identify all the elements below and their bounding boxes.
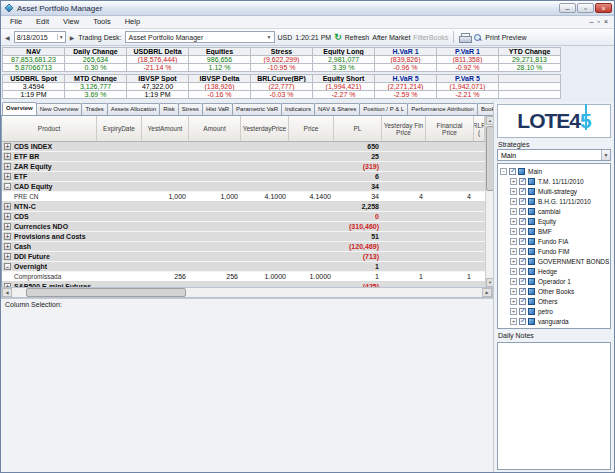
mdi-restore-icon[interactable]: ▫ (597, 17, 599, 27)
tab-hist-var[interactable]: Hist VaR (202, 103, 233, 115)
refresh-icon[interactable]: ↻ (334, 32, 342, 42)
group-row-cash[interactable]: +Cash(120,469) (2, 242, 485, 252)
column-header-brlra[interactable]: BRLRa ( (474, 116, 485, 141)
expand-icon[interactable]: + (4, 233, 11, 240)
tree-item-other-books[interactable]: +Other Books (500, 286, 610, 296)
column-header-pl[interactable]: PL (334, 116, 382, 141)
column-header-financial[interactable]: Financial Price (426, 116, 474, 141)
group-row-ntn-c[interactable]: +NTN-C2,258 (2, 202, 485, 212)
tree-item-fundo-fim[interactable]: +Fundo FIM (500, 246, 610, 256)
strategy-dropdown-icon[interactable]: ▼ (601, 150, 610, 160)
date-input[interactable]: 8/18/2015 ▼ (14, 31, 66, 43)
restore-button[interactable]: ▫ (577, 3, 594, 13)
group-row-etf-br[interactable]: +ETF BR25 (2, 152, 485, 162)
horizontal-scrollbar[interactable]: ◀ ▶ (1, 287, 493, 298)
expand-icon[interactable]: + (510, 188, 517, 195)
checkbox-checked[interactable] (519, 178, 526, 185)
checkbox-checked[interactable] (509, 168, 516, 175)
checkbox-checked[interactable] (519, 228, 526, 235)
tree-item-t-m-11-11-2010[interactable]: +T.M. 11/11/2010 (500, 176, 610, 186)
group-row-etf[interactable]: +ETF6 (2, 172, 485, 182)
checkbox-checked[interactable] (519, 248, 526, 255)
tab-trades[interactable]: Trades (81, 103, 107, 115)
tab-books-performance[interactable]: Books Performance (477, 103, 493, 115)
expand-icon[interactable]: + (4, 163, 11, 170)
expand-icon[interactable]: + (4, 253, 11, 260)
expand-icon[interactable]: + (4, 223, 11, 230)
group-row-zar-equity[interactable]: +ZAR Equity(319) (2, 162, 485, 172)
menu-view[interactable]: View (56, 16, 86, 28)
date-next-icon[interactable]: ▶ (69, 34, 76, 41)
print-preview-button[interactable]: Print Preview (485, 34, 526, 41)
tree-item-fundo-fia[interactable]: +Fundo FIA (500, 236, 610, 246)
expand-icon[interactable]: + (4, 243, 11, 250)
tab-position-p-l[interactable]: Position / P & L (359, 103, 408, 115)
expand-icon[interactable]: + (510, 208, 517, 215)
refresh-button[interactable]: Refresh (345, 34, 370, 41)
tree-item-b-h-g-11-11-2010[interactable]: +B.H.G. 11/11/2010 (500, 196, 610, 206)
column-header-yestamount[interactable]: YestAmount (142, 116, 189, 141)
date-prev-icon[interactable]: ◀ (4, 34, 11, 41)
desk-select[interactable]: Asset Portfolio Manager ▼ (125, 31, 275, 43)
tree-item-operador-1[interactable]: +Operador 1 (500, 276, 610, 286)
expand-icon[interactable]: + (4, 173, 11, 180)
group-row-cds-index[interactable]: +CDS INDEX650 (2, 142, 485, 152)
menu-tools[interactable]: Tools (86, 16, 118, 28)
currency-label[interactable]: USD (278, 34, 293, 41)
tab-parametric-var[interactable]: Parametric VaR (232, 103, 282, 115)
checkbox-checked[interactable] (519, 268, 526, 275)
menu-file[interactable]: File (3, 16, 29, 28)
minimize-button[interactable]: – (559, 3, 576, 13)
tree-item-cambial[interactable]: +cambial (500, 206, 610, 216)
horizontal-scroll-thumb[interactable] (26, 288, 186, 297)
expand-icon[interactable]: + (510, 288, 517, 295)
expand-icon[interactable]: + (510, 198, 517, 205)
collapse-icon[interactable]: - (4, 183, 11, 190)
menu-edit[interactable]: Edit (29, 16, 56, 28)
group-row-provisions-and-costs[interactable]: +Provisions and Costs51 (2, 232, 485, 242)
expand-icon[interactable]: + (510, 298, 517, 305)
tree-item-others[interactable]: +Others (500, 296, 610, 306)
tree-item-main[interactable]: -Main (500, 166, 610, 176)
expand-icon[interactable]: + (510, 268, 517, 275)
column-header-amount[interactable]: Amount (189, 116, 241, 141)
checkbox-checked[interactable] (519, 218, 526, 225)
tab-stress[interactable]: Stress (178, 103, 203, 115)
mdi-minimize-icon[interactable]: – (590, 17, 594, 27)
tree-item-multi-strategy[interactable]: +Multi-strategy (500, 186, 610, 196)
tree-item-hedge[interactable]: +Hedge (500, 266, 610, 276)
checkbox-checked[interactable] (519, 298, 526, 305)
tree-item-bmf[interactable]: +BMF (500, 226, 610, 236)
column-header-yesterday-fin[interactable]: Yesterday Fin Price (382, 116, 426, 141)
detail-row-compromissada[interactable]: Compromissada2562561.00001.0000111 (2, 272, 485, 282)
print-preview-icon[interactable] (473, 33, 482, 42)
group-row-overnight[interactable]: -Overnight1 (2, 262, 485, 272)
filterbooks-button[interactable]: FilterBooks (413, 34, 448, 41)
mdi-close-icon[interactable]: × (604, 17, 608, 27)
group-row-cds[interactable]: +CDS0 (2, 212, 485, 222)
print-icon[interactable] (459, 33, 470, 42)
expand-icon[interactable]: + (510, 178, 517, 185)
checkbox-checked[interactable] (519, 188, 526, 195)
scroll-left-icon[interactable]: ◀ (2, 288, 12, 297)
checkbox-checked[interactable] (519, 198, 526, 205)
column-header-product[interactable]: Product (2, 116, 97, 141)
strategy-select[interactable]: Main ▼ (497, 149, 611, 161)
checkbox-checked[interactable] (519, 208, 526, 215)
expand-icon[interactable]: + (4, 213, 11, 220)
checkbox-checked[interactable] (519, 278, 526, 285)
tree-item-government-bonds[interactable]: +GOVERNMENT BONDS (500, 256, 610, 266)
checkbox-checked[interactable] (519, 318, 526, 325)
column-header-price[interactable]: Price (289, 116, 334, 141)
expand-icon[interactable]: + (510, 308, 517, 315)
expand-icon[interactable]: + (510, 248, 517, 255)
expand-icon[interactable]: + (510, 258, 517, 265)
date-dropdown-icon[interactable]: ▼ (57, 34, 65, 40)
menu-help[interactable]: Help (118, 16, 147, 28)
tab-performance-attribution[interactable]: Performance Attribution (407, 103, 478, 115)
expand-icon[interactable]: + (4, 153, 11, 160)
tree-item-petro[interactable]: +petro (500, 306, 610, 316)
tree-item-equity[interactable]: +Equity (500, 216, 610, 226)
tab-indicators[interactable]: Indicators (281, 103, 315, 115)
column-header-yesterdayprice[interactable]: YesterdayPrice (241, 116, 289, 141)
